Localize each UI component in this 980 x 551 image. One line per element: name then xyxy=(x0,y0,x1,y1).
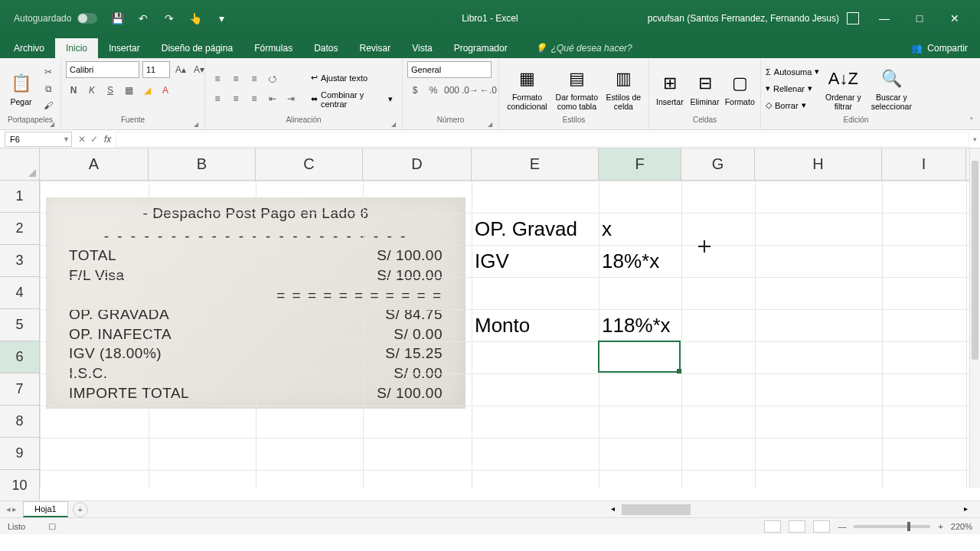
clear-button[interactable]: ◇Borrar▾ xyxy=(766,98,819,113)
tab-view[interactable]: Vista xyxy=(401,38,443,58)
qat-more-icon[interactable]: ▾ xyxy=(215,12,227,24)
normal-view-button[interactable] xyxy=(764,520,781,533)
percent-icon[interactable]: % xyxy=(426,83,441,98)
scroll-right-icon[interactable]: ▸ xyxy=(964,504,968,513)
bold-button[interactable]: N xyxy=(66,83,81,98)
autosave-toggle[interactable]: Autoguardado xyxy=(14,13,97,24)
align-bottom-icon[interactable]: ≡ xyxy=(247,71,262,86)
cells-area[interactable]: - Despacho Post Pago en Lado 6 - - - - -… xyxy=(40,181,969,488)
tab-developer[interactable]: Programador xyxy=(443,38,518,58)
format-painter-icon[interactable]: 🖌 xyxy=(41,98,56,113)
format-cells-button[interactable]: ▢Formato xyxy=(724,71,756,106)
touch-icon[interactable]: 👆 xyxy=(189,12,201,24)
paste-button[interactable]: 📋 Pegar xyxy=(5,71,38,106)
cut-icon[interactable]: ✂ xyxy=(41,64,56,80)
wrap-text-button[interactable]: ↩Ajustar texto xyxy=(306,70,397,86)
tell-me-search[interactable]: 💡 ¿Qué desea hacer? xyxy=(524,38,643,58)
row-header-5[interactable]: 5 xyxy=(0,309,39,341)
currency-icon[interactable]: $ xyxy=(407,83,423,98)
italic-button[interactable]: K xyxy=(84,83,100,98)
vertical-scrollbar[interactable] xyxy=(969,148,980,488)
row-headers[interactable]: 12345678910 xyxy=(0,181,40,502)
increase-font-icon[interactable]: A▴ xyxy=(173,62,188,77)
select-all-button[interactable] xyxy=(0,148,40,181)
tab-formulas[interactable]: Fórmulas xyxy=(243,38,303,58)
orientation-icon[interactable]: ⭯ xyxy=(265,71,280,86)
font-color-icon[interactable]: A xyxy=(158,83,173,98)
align-top-icon[interactable]: ≡ xyxy=(210,71,225,86)
fx-icon[interactable]: fx xyxy=(104,134,111,145)
col-header-H[interactable]: H xyxy=(755,148,882,180)
row-header-4[interactable]: 4 xyxy=(0,277,39,309)
format-table-button[interactable]: ▤Dar formato como tabla xyxy=(554,67,600,111)
comma-icon[interactable]: 000 xyxy=(444,83,459,98)
delete-cells-button[interactable]: ⊟Eliminar xyxy=(689,71,721,106)
find-select-button[interactable]: 🔍Buscar y seleccionar xyxy=(867,67,916,111)
border-icon[interactable]: ▦ xyxy=(121,83,136,98)
col-header-F[interactable]: F xyxy=(599,148,681,180)
cell-F5[interactable]: 118%*x xyxy=(599,309,712,341)
increase-decimal-icon[interactable]: .0→ xyxy=(462,83,478,98)
new-sheet-button[interactable]: + xyxy=(73,502,88,517)
scroll-left-icon[interactable]: ◂ xyxy=(611,504,615,513)
row-header-8[interactable]: 8 xyxy=(0,406,39,438)
conditional-format-button[interactable]: ▦Formato condicional xyxy=(504,67,550,111)
font-size-select[interactable] xyxy=(142,61,170,78)
sheet-prev-icon[interactable]: ◂ xyxy=(6,504,11,514)
undo-icon[interactable]: ↶ xyxy=(137,12,149,24)
formula-input[interactable] xyxy=(116,132,969,147)
align-left-icon[interactable]: ≡ xyxy=(210,91,225,106)
horizontal-scrollbar[interactable]: ◂ ▸ xyxy=(609,504,969,515)
zoom-in-icon[interactable]: + xyxy=(938,522,942,531)
tab-page-layout[interactable]: Diseño de página xyxy=(151,38,243,58)
decrease-font-icon[interactable]: A▾ xyxy=(191,62,207,77)
tab-data[interactable]: Datos xyxy=(303,38,348,58)
align-center-icon[interactable]: ≡ xyxy=(228,91,243,106)
row-header-9[interactable]: 9 xyxy=(0,438,39,470)
tab-file[interactable]: Archivo xyxy=(3,38,55,58)
row-header-10[interactable]: 10 xyxy=(0,470,39,502)
autosum-button[interactable]: ΣAutosuma▾ xyxy=(766,64,819,80)
cell-F3[interactable]: 18%*x xyxy=(599,245,712,277)
font-name-select[interactable] xyxy=(66,61,139,78)
redo-icon[interactable]: ↷ xyxy=(163,12,175,24)
col-header-G[interactable]: G xyxy=(681,148,755,180)
sort-filter-button[interactable]: A↓ZOrdenar y filtrar xyxy=(822,67,864,111)
tab-insert[interactable]: Insertar xyxy=(98,38,151,58)
fill-color-icon[interactable]: ◢ xyxy=(139,83,155,98)
insert-cells-button[interactable]: ⊞Insertar xyxy=(654,71,686,106)
tab-home[interactable]: Inicio xyxy=(55,38,98,58)
col-header-I[interactable]: I xyxy=(882,148,966,180)
save-icon[interactable]: 💾 xyxy=(111,12,123,24)
sheet-tab-hoja1[interactable]: Hoja1 xyxy=(23,501,68,517)
zoom-level[interactable]: 220% xyxy=(951,522,972,531)
increase-indent-icon[interactable]: ⇥ xyxy=(283,91,299,106)
row-header-7[interactable]: 7 xyxy=(0,373,39,406)
row-header-2[interactable]: 2 xyxy=(0,213,39,245)
alignment-launcher-icon[interactable]: ◢ xyxy=(391,121,396,128)
font-launcher-icon[interactable]: ◢ xyxy=(194,121,198,128)
zoom-slider[interactable] xyxy=(854,525,930,528)
decrease-decimal-icon[interactable]: ←.0 xyxy=(481,83,496,98)
enter-formula-icon[interactable]: ✓ xyxy=(90,134,98,145)
col-header-A[interactable]: A xyxy=(40,148,149,180)
name-box[interactable]: F6▼ xyxy=(5,132,72,147)
copy-icon[interactable]: ⧉ xyxy=(41,81,56,96)
page-break-view-button[interactable] xyxy=(813,520,830,533)
record-macro-icon[interactable]: ▢ xyxy=(48,521,56,531)
number-launcher-icon[interactable]: ◢ xyxy=(488,121,492,128)
col-header-D[interactable]: D xyxy=(363,148,472,180)
tab-review[interactable]: Revisar xyxy=(349,38,402,58)
align-middle-icon[interactable]: ≡ xyxy=(228,71,243,86)
fill-button[interactable]: ▾Rellenar▾ xyxy=(766,81,819,96)
align-right-icon[interactable]: ≡ xyxy=(247,91,262,106)
expand-formula-icon[interactable]: ▾ xyxy=(969,135,980,143)
minimize-button[interactable]: — xyxy=(867,7,902,30)
cell-styles-button[interactable]: ▥Estilos de celda xyxy=(603,67,644,111)
underline-button[interactable]: S xyxy=(103,83,118,98)
spreadsheet-grid[interactable]: ABCDEFGHI 12345678910 - Despacho Post Pa… xyxy=(0,148,980,500)
share-button[interactable]: 👥 Compartir xyxy=(900,38,980,58)
row-header-1[interactable]: 1 xyxy=(0,181,39,213)
merge-center-button[interactable]: ⬌Combinar y centrar▾ xyxy=(306,91,397,108)
column-headers[interactable]: ABCDEFGHI xyxy=(40,148,969,181)
